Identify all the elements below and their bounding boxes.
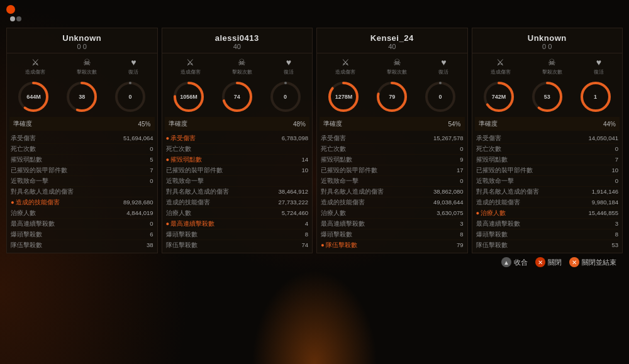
stat-name-3-6: 造成的技能傷害 (476, 199, 520, 207)
stat-val-1-0: 6,783,098 (282, 135, 308, 143)
icon-label-0-1: 擊殺次數 (77, 69, 97, 75)
stat-name-1-0: ●承受傷害 (166, 135, 196, 143)
player-name-1: alessi0413 (165, 33, 310, 43)
stat-name-3-10: 隊伍擊殺數 (476, 241, 508, 250)
icon-symbol-1-0: ⚔ (186, 57, 194, 67)
player-card-0: Unknown 0 0 ⚔ 造成傷害 ☠ 擊殺次數 ♥ 復活 644M (6, 28, 158, 253)
action-btn-collect[interactable]: ▲ 收合 (501, 257, 528, 267)
player-card-1: alessi0413 40 ⚔ 造成傷害 ☠ 擊殺次數 ♥ 復活 1056M (162, 28, 313, 253)
gauge-container-2-2: 0 (424, 80, 457, 113)
stat-val-3-9: 8 (615, 231, 618, 239)
gauge-container-0-0: 644M (17, 80, 50, 113)
player-name-3: Unknown (475, 33, 620, 43)
stat-name-2-6: 造成的技能傷害 (321, 199, 365, 207)
action-btn-close[interactable]: ✕ 關閉 (535, 257, 562, 267)
bullet-1-8: ● (166, 220, 170, 227)
stat-val-2-10: 79 (457, 241, 464, 250)
stat-row-1-10: 隊伍擊殺數 74 (166, 240, 309, 250)
stat-val-1-6: 27,733,222 (278, 199, 308, 207)
stat-icon-1-2: ♥ 復活 (284, 57, 294, 75)
icon-symbol-0-0: ⚔ (31, 57, 40, 67)
player-card-2: Kensei_24 40 ⚔ 造成傷害 ☠ 擊殺次數 ♥ 復活 1278M (316, 28, 468, 253)
player-level-3: 0 0 (475, 43, 620, 50)
stat-icon-0-2: ♥ 復活 (128, 57, 138, 75)
stat-row-3-2: 摧毀弱點數 7 (476, 155, 619, 165)
stat-val-0-3: 7 (150, 167, 153, 175)
stat-row-0-3: 已摧毀的裝甲部件數 7 (11, 165, 153, 176)
icon-label-2-2: 復活 (438, 69, 448, 75)
stat-row-1-6: 造成的技能傷害 27,733,222 (166, 197, 309, 208)
stats-icons-0: ⚔ 造成傷害 ☠ 擊殺次數 ♥ 復活 (7, 53, 157, 77)
sub-header (6, 16, 623, 21)
stat-icon-3-1: ☠ 擊殺次數 (542, 57, 562, 75)
icon-symbol-2-1: ☠ (393, 57, 401, 67)
stat-name-2-9: 爆頭擊殺數 (321, 231, 352, 239)
accuracy-value-3: 44% (603, 121, 616, 128)
action-btn-close-end[interactable]: ✕ 關閉並結束 (569, 257, 616, 267)
stat-name-1-6: 造成的技能傷害 (166, 199, 210, 207)
action-btn-icon-close: ✕ (535, 257, 545, 267)
stat-row-3-1: 死亡次數 0 (476, 144, 619, 155)
stat-val-2-0: 15,267,578 (433, 135, 464, 143)
action-btn-label-close-end: 關閉並結束 (582, 258, 616, 267)
gauges-row-0: 644M 38 0 (7, 77, 157, 117)
stat-icon-0-0: ⚔ 造成傷害 (25, 57, 45, 75)
stat-row-3-5: 對具名敵人造成的傷害 1,914,146 (476, 187, 619, 197)
stat-row-1-1: 死亡次數 (166, 144, 309, 155)
stat-name-2-4: 近戰致命一擊 (321, 177, 359, 185)
gauge-value-2-1: 79 (389, 94, 395, 100)
icon-label-3-2: 復活 (594, 69, 604, 75)
stat-name-0-0: 承受傷害 (11, 135, 36, 143)
icon-symbol-0-2: ♥ (131, 57, 136, 67)
gauge-container-1-0: 1056M (172, 80, 205, 113)
icon-symbol-3-2: ♥ (596, 57, 601, 67)
stat-name-2-0: 承受傷害 (321, 135, 346, 143)
gauge-container-0-1: 38 (65, 80, 98, 113)
icon-symbol-2-2: ♥ (441, 57, 446, 67)
icon-label-2-1: 擊殺次數 (387, 69, 407, 75)
icon-label-0-0: 造成傷害 (25, 69, 45, 75)
stat-name-0-4: 近戰致命一擊 (11, 177, 48, 185)
stat-row-3-8: 最高連續擊殺數 3 (476, 219, 619, 229)
stat-row-2-4: 近戰致命一擊 0 (321, 176, 464, 187)
stat-row-1-8: ●最高連續擊殺數 4 (166, 219, 309, 229)
gauge-container-2-0: 1278M (327, 80, 360, 113)
stat-val-0-4: 0 (150, 177, 153, 185)
stat-icon-0-1: ☠ 擊殺次數 (77, 57, 97, 75)
stat-name-0-5: 對具名敵人造成的傷害 (11, 188, 74, 196)
stat-row-0-4: 近戰致命一擊 0 (11, 176, 153, 187)
stat-icon-1-0: ⚔ 造成傷害 (181, 57, 201, 75)
stats-list-0: 承受傷害 51,694,064 死亡次數 0 摧毀弱點數 5 已摧毀的裝甲部件數… (7, 133, 157, 253)
gauge-container-3-2: 1 (579, 80, 612, 113)
accuracy-value-0: 45% (138, 121, 150, 128)
icon-label-3-1: 擊殺次數 (542, 69, 562, 75)
stat-val-2-9: 8 (460, 231, 463, 239)
stat-val-1-7: 5,724,460 (282, 209, 308, 218)
gauge-value-2-2: 0 (439, 94, 442, 100)
stat-val-3-4: 0 (615, 177, 618, 185)
stat-row-1-2: ●摧毀弱點數 14 (166, 155, 309, 165)
stat-val-0-1: 0 (150, 145, 153, 153)
stat-val-0-8: 0 (150, 220, 153, 228)
stat-row-2-8: 最高連續擊殺數 3 (321, 219, 464, 229)
stat-name-2-5: 對具名敵人造成的傷害 (321, 188, 384, 196)
stat-val-2-6: 49,038,644 (433, 199, 464, 207)
stat-name-1-9: 爆頭擊殺數 (166, 231, 198, 239)
stat-name-3-7: ●治療人數 (476, 209, 506, 218)
bullet-1-0: ● (166, 135, 170, 141)
stat-val-3-8: 3 (615, 220, 618, 228)
stat-row-0-6: ●造成的技能傷害 89,928,680 (11, 197, 153, 208)
player-header-2: Kensei_24 40 (317, 28, 467, 53)
stat-row-3-6: 造成的技能傷害 9,980,184 (476, 197, 619, 208)
stat-row-1-4: 近戰致命一擊 (166, 176, 309, 187)
stat-val-2-2: 9 (460, 156, 463, 164)
difficulty-dots (10, 16, 21, 21)
stat-val-2-8: 3 (460, 220, 463, 228)
stat-name-1-3: 已摧毀的裝甲部件數 (166, 167, 223, 175)
stat-name-1-2: ●摧毀弱點數 (166, 156, 203, 164)
stat-val-3-5: 1,914,146 (592, 188, 618, 196)
accuracy-value-2: 54% (448, 121, 460, 128)
stat-row-0-5: 對具名敵人造成的傷害 (11, 187, 153, 197)
gauges-row-3: 742M 53 1 (472, 77, 623, 117)
stat-row-1-0: ●承受傷害 6,783,098 (166, 133, 309, 144)
